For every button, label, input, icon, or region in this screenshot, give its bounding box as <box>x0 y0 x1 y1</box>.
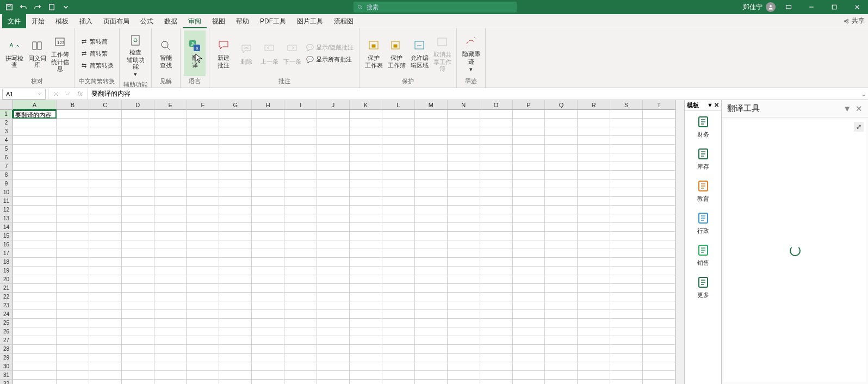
row-header-32[interactable]: 32 <box>0 380 13 384</box>
cell-O3[interactable] <box>480 127 513 136</box>
cell-H13[interactable] <box>252 214 284 223</box>
cell-O13[interactable] <box>480 214 513 223</box>
cell-H14[interactable] <box>252 223 284 232</box>
cell-A11[interactable] <box>13 197 57 206</box>
cell-N21[interactable] <box>448 284 480 293</box>
cell-L31[interactable] <box>382 371 415 380</box>
cell-S23[interactable] <box>610 301 643 310</box>
cell-E10[interactable] <box>154 188 187 197</box>
cell-F28[interactable] <box>187 345 219 354</box>
cell-E18[interactable] <box>154 258 187 267</box>
cell-Q12[interactable] <box>545 206 578 214</box>
cell-C27[interactable] <box>89 336 122 345</box>
cell-F15[interactable] <box>187 232 219 240</box>
cell-H21[interactable] <box>252 284 284 293</box>
cell-A29[interactable] <box>13 354 57 362</box>
cell-R17[interactable] <box>578 249 610 258</box>
cell-N32[interactable] <box>448 380 480 384</box>
cell-A24[interactable] <box>13 310 57 319</box>
cell-T21[interactable] <box>643 284 675 293</box>
cell-O32[interactable] <box>480 380 513 384</box>
cell-N6[interactable] <box>448 153 480 162</box>
cell-L11[interactable] <box>382 197 415 206</box>
row-header-31[interactable]: 31 <box>0 371 13 380</box>
cell-K18[interactable] <box>350 258 382 267</box>
cell-R5[interactable] <box>578 145 610 153</box>
workbook-stats-button[interactable]: 123工作簿统计信息 <box>49 30 71 76</box>
cell-G31[interactable] <box>219 371 252 380</box>
cell-L4[interactable] <box>382 136 415 145</box>
row-header-5[interactable]: 5 <box>0 145 13 153</box>
cell-E20[interactable] <box>154 275 187 284</box>
cell-B2[interactable] <box>57 119 89 127</box>
cell-L20[interactable] <box>382 275 415 284</box>
cell-H28[interactable] <box>252 345 284 354</box>
cell-O28[interactable] <box>480 345 513 354</box>
cell-J13[interactable] <box>317 214 350 223</box>
chinese-convert-button[interactable]: ⇆简繁转换 <box>78 60 116 71</box>
cell-R29[interactable] <box>578 354 610 362</box>
cell-N13[interactable] <box>448 214 480 223</box>
column-header-G[interactable]: G <box>219 100 252 110</box>
cell-H16[interactable] <box>252 240 284 249</box>
cell-E15[interactable] <box>154 232 187 240</box>
cell-R1[interactable] <box>578 110 610 119</box>
cell-S31[interactable] <box>610 371 643 380</box>
cell-D12[interactable] <box>122 206 154 214</box>
cell-M29[interactable] <box>415 354 448 362</box>
cell-B13[interactable] <box>57 214 89 223</box>
cell-E11[interactable] <box>154 197 187 206</box>
cell-F17[interactable] <box>187 249 219 258</box>
cell-P9[interactable] <box>513 179 545 188</box>
cell-P1[interactable] <box>513 110 545 119</box>
cell-I1[interactable] <box>284 110 317 119</box>
cell-J1[interactable] <box>317 110 350 119</box>
cell-I4[interactable] <box>284 136 317 145</box>
cell-A20[interactable] <box>13 275 57 284</box>
cell-Q21[interactable] <box>545 284 578 293</box>
tab-data[interactable]: 数据 <box>159 14 183 28</box>
cell-C1[interactable] <box>89 110 122 119</box>
cell-R21[interactable] <box>578 284 610 293</box>
cell-H32[interactable] <box>252 380 284 384</box>
cell-L16[interactable] <box>382 240 415 249</box>
row-header-30[interactable]: 30 <box>0 362 13 371</box>
cell-B10[interactable] <box>57 188 89 197</box>
cell-H30[interactable] <box>252 362 284 371</box>
cell-Q20[interactable] <box>545 275 578 284</box>
cell-C21[interactable] <box>89 284 122 293</box>
cell-O22[interactable] <box>480 293 513 301</box>
cell-R27[interactable] <box>578 336 610 345</box>
cell-P10[interactable] <box>513 188 545 197</box>
cell-L2[interactable] <box>382 119 415 127</box>
cell-P8[interactable] <box>513 171 545 179</box>
cell-T9[interactable] <box>643 179 675 188</box>
cell-B6[interactable] <box>57 153 89 162</box>
row-header-26[interactable]: 26 <box>0 327 13 336</box>
cell-E29[interactable] <box>154 354 187 362</box>
cell-N5[interactable] <box>448 145 480 153</box>
cell-M24[interactable] <box>415 310 448 319</box>
cell-O18[interactable] <box>480 258 513 267</box>
row-header-27[interactable]: 27 <box>0 336 13 345</box>
cell-D13[interactable] <box>122 214 154 223</box>
cell-L13[interactable] <box>382 214 415 223</box>
allow-edit-ranges-button[interactable]: 允许编辑区域 <box>408 30 430 76</box>
cell-A6[interactable] <box>13 153 57 162</box>
cell-J5[interactable] <box>317 145 350 153</box>
cell-F23[interactable] <box>187 301 219 310</box>
cell-P31[interactable] <box>513 371 545 380</box>
cell-A27[interactable] <box>13 336 57 345</box>
row-header-13[interactable]: 13 <box>0 214 13 223</box>
cell-M12[interactable] <box>415 206 448 214</box>
cell-L21[interactable] <box>382 284 415 293</box>
cell-P23[interactable] <box>513 301 545 310</box>
cell-Q28[interactable] <box>545 345 578 354</box>
cell-F3[interactable] <box>187 127 219 136</box>
cell-J28[interactable] <box>317 345 350 354</box>
cell-F19[interactable] <box>187 267 219 275</box>
cell-J29[interactable] <box>317 354 350 362</box>
cell-A22[interactable] <box>13 293 57 301</box>
cell-T16[interactable] <box>643 240 675 249</box>
cell-S28[interactable] <box>610 345 643 354</box>
